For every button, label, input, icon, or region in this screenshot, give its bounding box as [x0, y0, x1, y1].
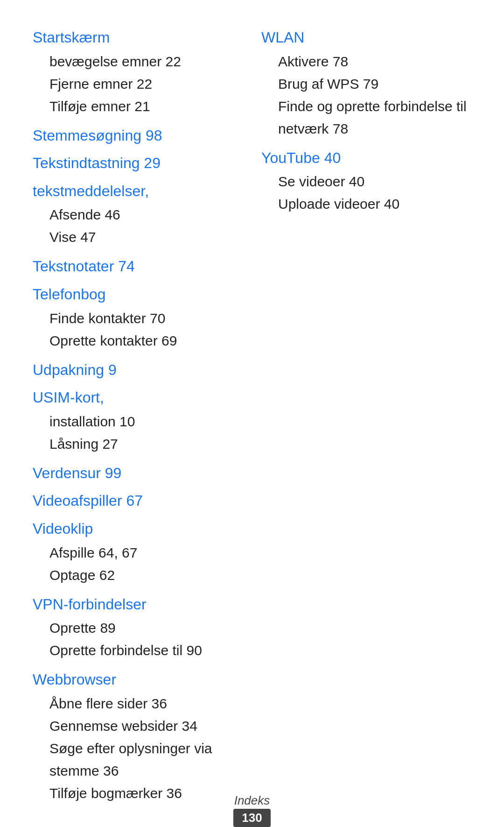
index-section: WLANAktivere 78Brug af WPS 79Finde og op…	[261, 28, 471, 140]
index-sub-item: Brug af WPS 79	[261, 73, 471, 95]
left-column: Startskærmbevægelse emner 22Fjerne emner…	[33, 28, 243, 813]
index-sub-item: Afspille 64, 67	[33, 542, 243, 564]
index-sub-item: Aktivere 78	[261, 50, 471, 73]
page-footer: Indeks 130	[0, 793, 504, 827]
index-heading: Verdensur 99	[33, 464, 243, 483]
index-heading: USIM-kort,	[33, 388, 243, 408]
index-sub-item: bevægelse emner 22	[33, 50, 243, 73]
index-sub-item: Oprette kontakter 69	[33, 330, 243, 352]
index-sub-item: Låsning 27	[33, 433, 243, 455]
index-heading: Videoklip	[33, 519, 243, 539]
index-section: VPN-forbindelserOprette 89Oprette forbin…	[33, 595, 243, 662]
index-sub-item: installation 10	[33, 410, 243, 433]
index-sub-item: Finde og oprette forbindelse til netværk…	[261, 95, 471, 140]
index-heading: Tekstindtastning 29	[33, 154, 243, 173]
index-heading: Webbrowser	[33, 670, 243, 690]
index-sub-item: Finde kontakter 70	[33, 307, 243, 330]
index-sub-item: Gennemse websider 34	[33, 715, 243, 737]
index-section: YouTube 40Se videoer 40Uploade videoer 4…	[261, 148, 471, 216]
index-sub-item: Søge efter oplysninger via stemme 36	[33, 737, 243, 782]
index-section: USIM-kort,installation 10Låsning 27	[33, 388, 243, 455]
index-sub-item: Optage 62	[33, 564, 243, 587]
footer-label: Indeks	[0, 793, 504, 808]
index-section: Startskærmbevægelse emner 22Fjerne emner…	[33, 28, 243, 118]
index-section: TelefonbogFinde kontakter 70Oprette kont…	[33, 285, 243, 352]
right-column: WLANAktivere 78Brug af WPS 79Finde og op…	[261, 28, 471, 813]
index-sub-item: Oprette 89	[33, 617, 243, 639]
index-section: VideoklipAfspille 64, 67Optage 62	[33, 519, 243, 587]
index-heading: WLAN	[261, 28, 471, 48]
index-heading: Telefonbog	[33, 285, 243, 304]
index-heading: Stemmesøgning 98	[33, 126, 243, 146]
index-sub-item: Afsende 46	[33, 204, 243, 226]
index-sub-item: Vise 47	[33, 226, 243, 248]
index-section: tekstmeddelelser,Afsende 46Vise 47	[33, 182, 243, 249]
index-section: Tekstnotater 74	[33, 257, 243, 276]
index-sub-item: Fjerne emner 22	[33, 73, 243, 95]
index-sub-item: Uploade videoer 40	[261, 193, 471, 215]
index-heading: tekstmeddelelser,	[33, 182, 243, 201]
index-sub-item: Oprette forbindelse til 90	[33, 639, 243, 662]
index-section: WebbrowserÅbne flere sider 36Gennemse we…	[33, 670, 243, 805]
index-heading: Udpakning 9	[33, 360, 243, 380]
index-heading: YouTube 40	[261, 148, 471, 168]
index-heading: Startskærm	[33, 28, 243, 48]
index-section: Udpakning 9	[33, 360, 243, 380]
index-sub-item: Åbne flere sider 36	[33, 693, 243, 715]
index-sub-item: Se videoer 40	[261, 170, 471, 193]
index-content: Startskærmbevægelse emner 22Fjerne emner…	[33, 28, 471, 813]
index-heading: Tekstnotater 74	[33, 257, 243, 276]
index-section: Tekstindtastning 29	[33, 154, 243, 173]
index-heading: VPN-forbindelser	[33, 595, 243, 615]
index-section: Videoafspiller 67	[33, 491, 243, 511]
footer-page: 130	[233, 809, 270, 827]
index-section: Verdensur 99	[33, 464, 243, 483]
index-sub-item: Tilføje emner 21	[33, 95, 243, 118]
index-section: Stemmesøgning 98	[33, 126, 243, 146]
index-heading: Videoafspiller 67	[33, 491, 243, 511]
